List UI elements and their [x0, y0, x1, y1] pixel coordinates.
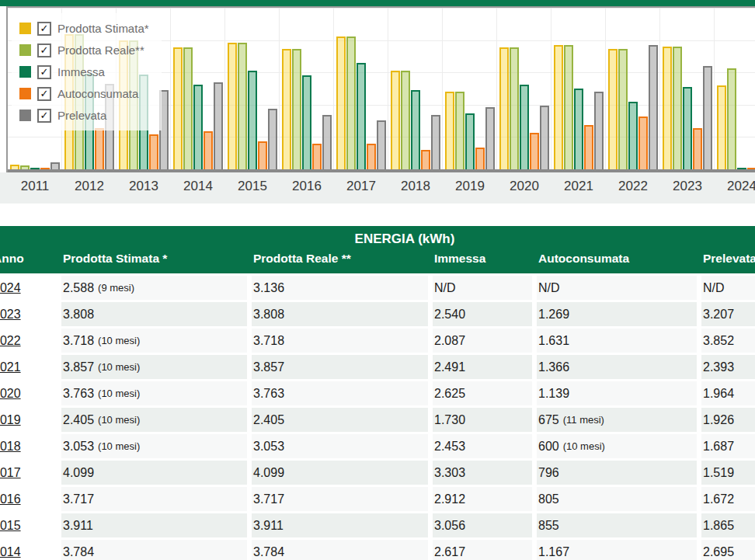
cell-prodotta-stimata-2018: 3.053(10 mesi)	[61, 434, 247, 458]
value: 1.865	[703, 519, 734, 533]
value: 3.056	[434, 519, 465, 533]
table-title: ENERGIA (kWh)	[0, 230, 755, 250]
bar-immessa-2024	[737, 168, 746, 169]
chart-x-axis: 2011201220132014201520162017201820192020…	[0, 172, 755, 203]
legend-label-immessa: Immessa	[57, 65, 105, 78]
legend-item-immessa[interactable]: ✓Immessa	[19, 64, 149, 79]
cell-anno-2016: 2016	[0, 487, 57, 511]
legend-checkbox-autoconsumata[interactable]: ✓	[37, 87, 51, 101]
bar-autoconsumata-2013	[149, 134, 158, 169]
bar-group-2018	[388, 8, 443, 169]
legend-checkbox-prelevata[interactable]: ✓	[37, 109, 51, 123]
legend-checkbox-prodotta-reale[interactable]: ✓	[37, 43, 51, 57]
year-link-2017[interactable]: 2017	[0, 466, 21, 480]
bar-autoconsumata-2014	[204, 131, 213, 169]
cell-immessa-2020: 2.625	[433, 381, 532, 405]
value: 3.718	[63, 334, 94, 348]
spacer	[0, 203, 755, 226]
table-row-2015: 20153.9113.9113.0568551.865	[0, 513, 755, 537]
cell-autoconsumata-2016: 805	[537, 487, 697, 511]
bar-prodotta-stimata-2020	[499, 47, 509, 169]
col-header-prodotta-reale: Prodotta Reale **	[252, 250, 428, 273]
cell-prodotta-reale-2014: 3.784	[252, 540, 428, 560]
bar-group-2016	[280, 8, 334, 169]
value: 2.588	[63, 281, 94, 295]
legend-item-prodotta-reale[interactable]: ✓Prodotta Reale**	[19, 43, 149, 57]
year-link-2015[interactable]: 2015	[0, 519, 21, 533]
value-note: (11 mesi)	[563, 414, 604, 426]
bar-prelevata-2023	[703, 66, 712, 169]
bar-prelevata-2015	[268, 109, 277, 169]
bar-autoconsumata-2017	[367, 144, 376, 169]
cell-immessa-2015: 3.056	[433, 513, 532, 537]
cell-prodotta-reale-2019: 2.405	[252, 408, 428, 432]
bar-prodotta-reale-2020	[510, 47, 519, 169]
year-link-2016[interactable]: 2016	[0, 492, 21, 506]
bar-group-2023	[660, 8, 715, 169]
bar-autoconsumata-2020	[530, 133, 539, 169]
value-note: (9 mesi)	[98, 282, 134, 294]
bar-prodotta-reale-2021	[564, 45, 573, 169]
bar-autoconsumata-2021	[584, 125, 593, 169]
cell-prodotta-reale-2015: 3.911	[252, 513, 428, 537]
value-note: (10 mesi)	[98, 414, 140, 426]
year-link-2020[interactable]: 2020	[0, 387, 21, 401]
year-link-2024[interactable]: 2024	[0, 281, 21, 295]
value: 1.687	[703, 440, 734, 454]
table-column-headers: Anno Prodotta Stimata * Prodotta Reale *…	[0, 250, 755, 273]
cell-prodotta-reale-2023: 3.808	[252, 302, 428, 326]
legend-checkbox-prodotta-stimata[interactable]: ✓	[37, 22, 51, 36]
table-row-2023: 20233.8083.8082.5401.2693.207	[0, 302, 755, 326]
value: 3.857	[253, 360, 284, 374]
bar-prodotta-reale-2011	[20, 165, 30, 169]
cell-anno-2015: 2015	[0, 513, 57, 537]
bar-autoconsumata-2019	[475, 148, 485, 169]
cell-prelevata-2024: N/D	[701, 276, 755, 300]
value: 3.136	[253, 281, 284, 295]
cell-immessa-2024: N/D	[433, 276, 532, 300]
value: 3.763	[63, 387, 94, 401]
cell-autoconsumata-2014: 1.167	[537, 540, 697, 560]
year-link-2021[interactable]: 2021	[0, 360, 21, 374]
value: 2.540	[434, 308, 465, 322]
year-link-2022[interactable]: 2022	[0, 334, 21, 348]
legend-label-autoconsumata: Autoconsumata	[57, 87, 138, 100]
page-top-strip	[0, 0, 755, 6]
value: 1.366	[538, 360, 569, 374]
value-note: (10 mesi)	[98, 335, 140, 346]
cell-prelevata-2019: 1.926	[701, 408, 755, 432]
table-row-2016: 20163.7173.7172.9128051.672	[0, 487, 755, 511]
legend-item-prelevata[interactable]: ✓Prelevata	[19, 108, 149, 123]
cell-anno-2017: 2017	[0, 461, 57, 485]
cell-prodotta-stimata-2014: 3.784	[61, 540, 247, 560]
bar-prodotta-stimata-2021	[554, 45, 563, 169]
cell-prelevata-2022: 3.852	[701, 329, 755, 353]
cell-prodotta-reale-2018: 3.053	[252, 434, 428, 458]
year-link-2019[interactable]: 2019	[0, 413, 21, 427]
bar-immessa-2023	[683, 87, 692, 169]
bar-prodotta-reale-2015	[238, 43, 247, 169]
cell-autoconsumata-2024: N/D	[537, 276, 697, 300]
legend-item-prodotta-stimata[interactable]: ✓Prodotta Stimata*	[19, 21, 149, 36]
table-row-2019: 20192.405(10 mesi)2.4051.730675(11 mesi)…	[0, 408, 755, 432]
year-link-2023[interactable]: 2023	[0, 308, 21, 322]
cell-anno-2021: 2021	[0, 355, 57, 379]
value: 1.730	[434, 413, 465, 427]
value: 1.139	[538, 387, 569, 401]
cell-prelevata-2017: 1.519	[701, 461, 755, 485]
value: 805	[538, 492, 559, 506]
year-link-2018[interactable]: 2018	[0, 440, 21, 454]
legend-item-autoconsumata[interactable]: ✓Autoconsumata	[19, 86, 149, 101]
table-body: 20242.588(9 mesi)3.136N/DN/DN/D20233.808…	[0, 276, 755, 560]
bar-autoconsumata-2018	[421, 150, 430, 169]
bar-prelevata-2014	[214, 82, 223, 169]
year-link-2014[interactable]: 2014	[0, 545, 21, 559]
bar-group-2015	[225, 8, 280, 169]
legend-checkbox-immessa[interactable]: ✓	[37, 65, 51, 79]
table-row-2018: 20183.053(10 mesi)3.0532.453600(10 mesi)…	[0, 434, 755, 458]
value: N/D	[538, 281, 560, 295]
bar-group-2014	[171, 8, 225, 169]
table-row-2024: 20242.588(9 mesi)3.136N/DN/DN/D	[0, 276, 755, 300]
bar-autoconsumata-2022	[638, 117, 648, 169]
axis-label-2011: 2011	[8, 172, 62, 203]
